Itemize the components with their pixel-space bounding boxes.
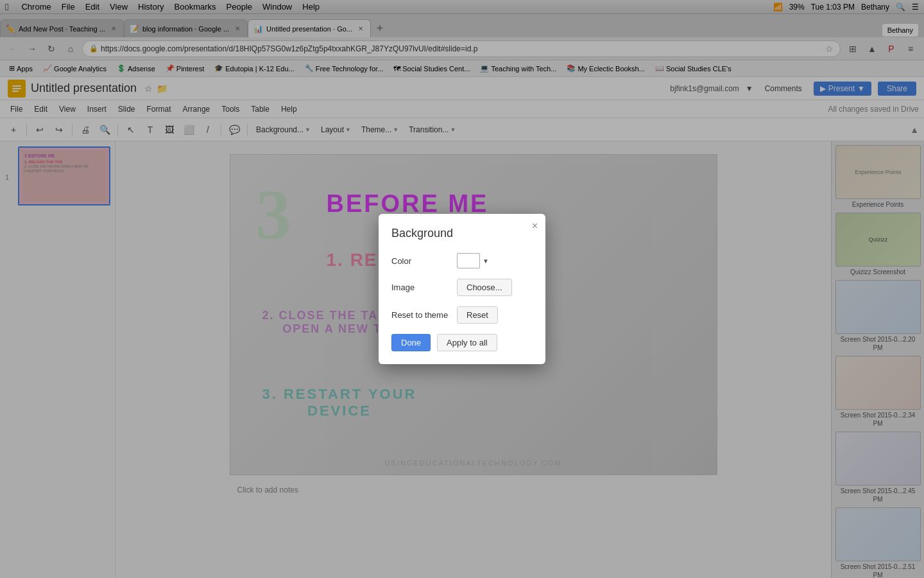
modal-image-row: Image Choose...	[391, 279, 533, 296]
color-picker-arrow[interactable]: ▼	[483, 258, 489, 265]
image-label: Image	[391, 283, 449, 292]
reset-label: Reset to theme	[391, 310, 449, 320]
modal-color-row: Color ▼	[391, 253, 533, 268]
color-label: Color	[391, 256, 449, 266]
background-dialog: × Background Color ▼ Image Choose... Res…	[379, 214, 545, 364]
choose-button[interactable]: Choose...	[457, 279, 512, 296]
modal-title: Background	[391, 227, 533, 240]
modal-footer: Done Apply to all	[391, 334, 533, 351]
modal-overlay[interactable]: × Background Color ▼ Image Choose... Res…	[0, 0, 924, 578]
modal-reset-row: Reset to theme Reset	[391, 306, 533, 324]
color-picker-box[interactable]	[457, 253, 480, 268]
modal-close-button[interactable]: ×	[532, 220, 538, 232]
apply-to-all-button[interactable]: Apply to all	[437, 334, 497, 351]
done-button[interactable]: Done	[391, 334, 431, 351]
reset-button[interactable]: Reset	[457, 306, 498, 324]
